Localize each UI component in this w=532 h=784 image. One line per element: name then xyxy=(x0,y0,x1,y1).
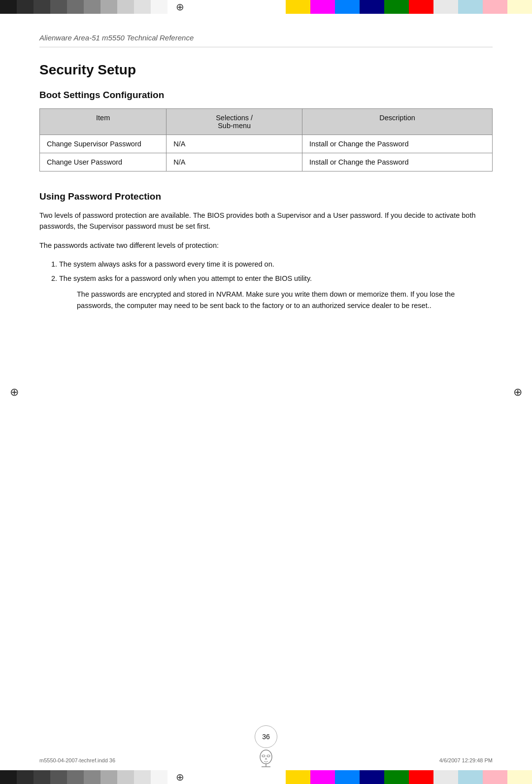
color-swatch xyxy=(33,770,50,784)
color-swatch xyxy=(84,0,100,14)
page-number-badge: 36 xyxy=(255,725,277,748)
subsection-title-boot: Boot Settings Configuration xyxy=(39,90,493,101)
color-swatch xyxy=(67,0,84,14)
page-number: 36 xyxy=(262,733,270,741)
color-swatch xyxy=(384,0,409,14)
table-header-row: Item Selections /Sub-menu Description xyxy=(40,109,493,135)
body-paragraph-2: The passwords activate two different lev… xyxy=(39,240,493,251)
color-swatch xyxy=(360,0,384,14)
boot-settings-table: Item Selections /Sub-menu Description Ch… xyxy=(39,108,493,171)
svg-point-0 xyxy=(260,750,272,764)
page-header: Alienware Area-51 m5550 Technical Refere… xyxy=(39,34,493,47)
color-strip-bottom-left xyxy=(0,770,167,784)
color-swatch xyxy=(33,0,50,14)
color-swatch xyxy=(433,770,458,784)
page-header-title: Alienware Area-51 m5550 Technical Refere… xyxy=(39,34,194,42)
color-swatch xyxy=(458,0,483,14)
col-header-item: Item xyxy=(40,109,166,135)
color-swatch xyxy=(507,0,532,14)
table-body: Change Supervisor Password N/A Install o… xyxy=(40,135,493,171)
list-item-1: The system always asks for a password ev… xyxy=(59,259,493,270)
svg-point-1 xyxy=(262,755,265,757)
color-swatch xyxy=(50,770,67,784)
color-bar-top: ⊕ xyxy=(0,0,532,14)
list-continuation: The passwords are encrypted and stored i… xyxy=(77,289,493,311)
color-swatch xyxy=(409,770,433,784)
table-cell-description: Install or Change the Password xyxy=(302,135,493,153)
color-swatch xyxy=(151,0,167,14)
color-swatch xyxy=(117,0,134,14)
table-cell-item: Change User Password xyxy=(40,153,166,171)
body-paragraph-1: Two levels of password protection are av… xyxy=(39,210,493,232)
table-header: Item Selections /Sub-menu Description xyxy=(40,109,493,135)
col-header-description: Description xyxy=(302,109,493,135)
color-swatch xyxy=(507,770,532,784)
footer-info-right: 4/6/2007 12:29:48 PM xyxy=(439,757,493,763)
color-swatch xyxy=(433,0,458,14)
color-swatch xyxy=(483,0,507,14)
section-title: Security Setup xyxy=(39,62,493,78)
page-content: Alienware Area-51 m5550 Technical Refere… xyxy=(0,14,532,770)
color-swatch xyxy=(67,770,84,784)
table-row: Change Supervisor Password N/A Install o… xyxy=(40,135,493,153)
color-swatch xyxy=(286,0,310,14)
col-header-selections: Selections /Sub-menu xyxy=(166,109,302,135)
color-swatch xyxy=(117,770,134,784)
alien-icon xyxy=(258,749,274,769)
color-swatch xyxy=(100,770,117,784)
color-swatch xyxy=(458,770,483,784)
color-swatch xyxy=(384,770,409,784)
color-strip-right xyxy=(192,0,532,14)
color-swatch xyxy=(134,0,151,14)
page-number-wrap: 36 xyxy=(255,725,277,769)
table-cell-description: Install or Change the Password xyxy=(302,153,493,171)
color-swatch xyxy=(50,0,67,14)
color-strip-left xyxy=(0,0,167,14)
color-swatch xyxy=(17,770,33,784)
color-swatch xyxy=(84,770,100,784)
footer-info-left: m5550-04-2007-techref.indd 36 xyxy=(39,757,115,763)
color-swatch xyxy=(134,770,151,784)
color-swatch xyxy=(310,770,335,784)
subsection-title-password: Using Password Protection xyxy=(39,191,493,202)
crosshair-bottom: ⊕ xyxy=(167,770,192,784)
table-row: Change User Password N/A Install or Chan… xyxy=(40,153,493,171)
color-swatch xyxy=(483,770,507,784)
password-list: The system always asks for a password ev… xyxy=(59,259,493,284)
svg-line-4 xyxy=(266,758,267,760)
list-item-2: The system asks for a password only when… xyxy=(59,273,493,284)
color-swatch xyxy=(0,0,17,14)
color-swatch xyxy=(335,0,360,14)
color-swatch xyxy=(151,770,167,784)
color-swatch xyxy=(286,770,310,784)
table-cell-selections: N/A xyxy=(166,153,302,171)
color-swatch xyxy=(100,0,117,14)
color-swatch xyxy=(335,770,360,784)
table-cell-item: Change Supervisor Password xyxy=(40,135,166,153)
table-cell-selections: N/A xyxy=(166,135,302,153)
crosshair-top: ⊕ xyxy=(167,0,192,14)
color-swatch xyxy=(409,0,433,14)
svg-point-2 xyxy=(267,755,270,757)
color-swatch xyxy=(360,770,384,784)
color-bar-bottom: ⊕ xyxy=(0,770,532,784)
color-swatch xyxy=(310,0,335,14)
color-strip-bottom-right xyxy=(192,770,532,784)
color-swatch xyxy=(0,770,17,784)
color-swatch xyxy=(17,0,33,14)
